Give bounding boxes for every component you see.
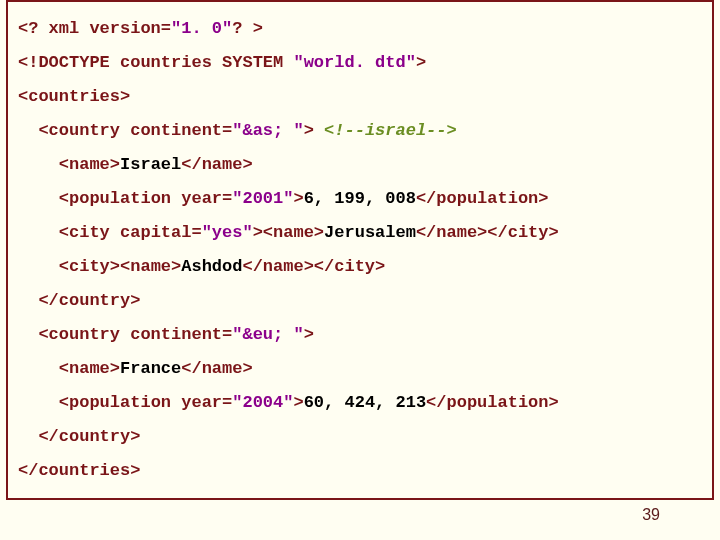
- code-tag: </country>: [38, 427, 140, 446]
- code-line-1: <!DOCTYPE countries SYSTEM "world. dtd">: [16, 46, 704, 80]
- code-tag: <population year=: [59, 393, 232, 412]
- code-line-13: </countries>: [16, 454, 704, 488]
- code-indent: [18, 359, 59, 378]
- code-line-5: <population year="2001">6, 199, 008</pop…: [16, 182, 704, 216]
- code-line-10: <name>France</name>: [16, 352, 704, 386]
- code-tag: >: [304, 121, 324, 140]
- code-indent: [18, 121, 38, 140]
- code-line-2: <countries>: [16, 80, 704, 114]
- code-attr: "yes": [202, 223, 253, 242]
- code-comment: <!--israel-->: [324, 121, 457, 140]
- code-text: 60, 424, 213: [304, 393, 426, 412]
- code-line-12: </country>: [16, 420, 704, 454]
- code-tag: <population year=: [59, 189, 232, 208]
- code-tag: >: [293, 189, 303, 208]
- code-indent: [18, 189, 59, 208]
- code-indent: [18, 325, 38, 344]
- code-tag: <name>: [59, 359, 120, 378]
- code-tag: </name></city>: [242, 257, 385, 276]
- code-text: France: [120, 359, 181, 378]
- code-tag: >: [416, 53, 426, 72]
- code-line-4: <name>Israel</name>: [16, 148, 704, 182]
- code-indent: [18, 155, 59, 174]
- code-line-9: <country continent="&eu; ">: [16, 318, 704, 352]
- code-tag: ? >: [232, 19, 263, 38]
- code-indent: [18, 257, 59, 276]
- code-tag: >: [293, 393, 303, 412]
- code-attr: "2004": [232, 393, 293, 412]
- slide: <? xml version="1. 0"? > <!DOCTYPE count…: [0, 0, 720, 540]
- code-line-8: </country>: [16, 284, 704, 318]
- code-line-0: <? xml version="1. 0"? >: [16, 12, 704, 46]
- code-tag: </name></city>: [416, 223, 559, 242]
- code-tag: <city capital=: [59, 223, 202, 242]
- code-line-3: <country continent="&as; "> <!--israel--…: [16, 114, 704, 148]
- code-tag: </countries>: [18, 461, 140, 480]
- code-line-7: <city><name>Ashdod</name></city>: [16, 250, 704, 284]
- code-text: 6, 199, 008: [304, 189, 416, 208]
- code-line-11: <population year="2004">60, 424, 213</po…: [16, 386, 704, 420]
- code-indent: [18, 427, 38, 446]
- code-tag: <name>: [59, 155, 120, 174]
- code-tag: </country>: [38, 291, 140, 310]
- code-line-6: <city capital="yes"><name>Jerusalem</nam…: [16, 216, 704, 250]
- code-text: Israel: [120, 155, 181, 174]
- code-tag: <countries>: [18, 87, 130, 106]
- code-attr: "world. dtd": [293, 53, 415, 72]
- code-tag: </population>: [416, 189, 549, 208]
- code-tag: </population>: [426, 393, 559, 412]
- page-number: 39: [642, 506, 660, 524]
- code-tag: <country continent=: [38, 325, 232, 344]
- code-attr: "&as; ": [232, 121, 303, 140]
- code-tag: <city><name>: [59, 257, 181, 276]
- code-text: Ashdod: [181, 257, 242, 276]
- code-tag: </name>: [181, 359, 252, 378]
- code-attr: "2001": [232, 189, 293, 208]
- code-indent: [18, 393, 59, 412]
- code-tag: <? xml version=: [18, 19, 171, 38]
- code-tag: >: [304, 325, 314, 344]
- code-tag: <country continent=: [38, 121, 232, 140]
- code-box: <? xml version="1. 0"? > <!DOCTYPE count…: [6, 0, 714, 500]
- code-tag: ><name>: [253, 223, 324, 242]
- code-tag: <!DOCTYPE countries SYSTEM: [18, 53, 293, 72]
- code-text: Jerusalem: [324, 223, 416, 242]
- code-tag: </name>: [181, 155, 252, 174]
- code-attr: "1. 0": [171, 19, 232, 38]
- code-indent: [18, 223, 59, 242]
- code-attr: "&eu; ": [232, 325, 303, 344]
- code-indent: [18, 291, 38, 310]
